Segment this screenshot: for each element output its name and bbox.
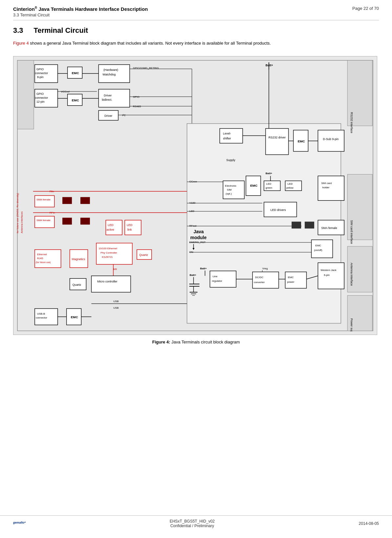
svg-text:SMA female: SMA female bbox=[321, 226, 337, 230]
svg-text:SIM card interface: SIM card interface bbox=[350, 220, 353, 244]
svg-text:active: active bbox=[107, 228, 114, 231]
svg-text:USB-B: USB-B bbox=[37, 312, 45, 315]
footer-logo: gemalto* bbox=[13, 521, 26, 526]
svg-rect-99 bbox=[92, 276, 131, 292]
svg-rect-80 bbox=[125, 220, 141, 235]
svg-text:green: green bbox=[266, 186, 272, 189]
svg-rect-67 bbox=[35, 196, 54, 207]
svg-text:EMC: EMC bbox=[298, 139, 305, 143]
header-title: Cinterion® Java Terminals Hardware Inter… bbox=[13, 6, 148, 12]
svg-text:D-Sub 9-pin: D-Sub 9-pin bbox=[323, 137, 339, 140]
svg-rect-70 bbox=[81, 197, 90, 204]
svg-text:LED: LED bbox=[189, 210, 195, 213]
svg-text:(on/off): (on/off) bbox=[314, 249, 322, 252]
svg-text:6-pin: 6-pin bbox=[324, 274, 330, 277]
svg-text:EMC: EMC bbox=[72, 98, 79, 102]
svg-text:Batt+: Batt+ bbox=[200, 267, 207, 270]
intro-text: Figure 4 shows a general Java Terminal b… bbox=[13, 40, 379, 47]
svg-text:GPIO: GPIO bbox=[36, 92, 44, 95]
svg-text:Ethernet: Ethernet bbox=[37, 253, 47, 256]
svg-text:Western Jack: Western Jack bbox=[320, 269, 336, 272]
block-diagram-svg: Batt+ GPIO connector 8-pin EMC (Hardware… bbox=[17, 60, 374, 331]
footer-center: EHSxT_BGS5T_HID_v02 Confidential / Preli… bbox=[170, 519, 215, 528]
svg-text:SIM: SIM bbox=[227, 188, 232, 191]
svg-text:Magnetics: Magnetics bbox=[72, 258, 85, 261]
svg-text:Quartz: Quartz bbox=[139, 253, 148, 257]
page-header: Cinterion® Java Terminals Hardware Inter… bbox=[0, 0, 392, 20]
svg-text:Line: Line bbox=[213, 275, 218, 278]
svg-rect-139 bbox=[292, 222, 301, 228]
svg-text:Driver: Driver bbox=[105, 114, 113, 117]
svg-text:SMA female: SMA female bbox=[36, 198, 51, 201]
svg-text:MII: MII bbox=[113, 268, 117, 271]
svg-rect-76 bbox=[81, 218, 90, 224]
svg-text:LED: LED bbox=[266, 182, 272, 185]
svg-text:bidirect.: bidirect. bbox=[102, 98, 112, 101]
svg-text:connector: connector bbox=[36, 316, 47, 319]
svg-rect-127 bbox=[318, 176, 344, 200]
svg-rect-117 bbox=[223, 181, 244, 199]
footer-doc-id: EHSxT_BGS5T_HID_v02 bbox=[170, 519, 215, 524]
svg-text:Antenna interface: Antenna interface bbox=[350, 263, 353, 286]
diagram-wrapper: Batt+ GPIO connector 8-pin EMC (Hardware… bbox=[13, 56, 377, 335]
svg-text:RFout: RFout bbox=[189, 224, 196, 227]
figure-caption-bold: Figure 4: bbox=[152, 340, 170, 344]
footer-date: 2014-08-05 bbox=[359, 521, 379, 526]
svg-text:RS232 interface: RS232 interface bbox=[350, 112, 353, 133]
svg-text:LED: LED bbox=[127, 223, 133, 227]
svg-text:CCxxx: CCxxx bbox=[189, 180, 197, 183]
svg-text:V180: V180 bbox=[189, 201, 196, 204]
svg-rect-77 bbox=[106, 220, 122, 235]
svg-text:USB: USB bbox=[113, 306, 118, 309]
figure-caption-text: Java Terminals circuit block diagram bbox=[170, 340, 240, 344]
svg-text:(for future use): (for future use) bbox=[36, 261, 51, 264]
figure-link[interactable]: Figure 4 bbox=[13, 41, 29, 46]
svg-text:(opt.): (opt.) bbox=[226, 192, 232, 195]
svg-text:converter: converter bbox=[254, 281, 265, 284]
svg-text:LED: LED bbox=[287, 182, 293, 185]
svg-text:module: module bbox=[190, 235, 207, 240]
svg-text:Watchdog: Watchdog bbox=[103, 73, 116, 76]
svg-rect-56 bbox=[318, 130, 344, 151]
svg-text:yellow: yellow bbox=[286, 186, 293, 189]
section-title: Terminal Circuit bbox=[34, 26, 88, 34]
svg-text:Driver: Driver bbox=[104, 94, 112, 97]
svg-text:8-pin: 8-pin bbox=[37, 75, 44, 79]
svg-text:Antenna interfaces: Antenna interfaces bbox=[20, 211, 23, 233]
svg-text:DC/DC: DC/DC bbox=[255, 276, 263, 279]
svg-text:GPIO22/WD_RETRIG: GPIO22/WD_RETRIG bbox=[133, 67, 159, 70]
svg-text:Phy Controller: Phy Controller bbox=[101, 251, 117, 254]
svg-text:EMC: EMC bbox=[315, 244, 321, 247]
svg-text:Power supply: Power supply bbox=[350, 318, 353, 331]
svg-text:Electronic: Electronic bbox=[225, 184, 237, 187]
svg-text:EMERG_RST: EMERG_RST bbox=[189, 241, 206, 244]
svg-text:holder: holder bbox=[322, 186, 329, 189]
svg-text:Level-: Level- bbox=[223, 132, 231, 135]
header-subtitle: 3.3 Terminal Circuit bbox=[13, 12, 148, 17]
svg-text:10/100 Ethernet: 10/100 Ethernet bbox=[99, 247, 117, 250]
svg-text:EMC: EMC bbox=[288, 276, 294, 279]
svg-text:(Hardware): (Hardware) bbox=[104, 68, 118, 72]
svg-rect-69 bbox=[63, 197, 72, 204]
svg-text:KSZ8721: KSZ8721 bbox=[102, 256, 113, 259]
svg-rect-48 bbox=[220, 128, 243, 143]
svg-text:EMC: EMC bbox=[250, 184, 258, 187]
svg-text:link: link bbox=[127, 228, 132, 231]
svg-text:Supply: Supply bbox=[226, 158, 236, 162]
svg-rect-73 bbox=[35, 216, 54, 228]
svg-text:GPIO: GPIO bbox=[36, 68, 44, 71]
svg-text:connector: connector bbox=[35, 72, 48, 75]
svg-text:Vreg: Vreg bbox=[262, 267, 268, 270]
svg-text:Batt+: Batt+ bbox=[266, 172, 272, 175]
svg-rect-5 bbox=[17, 60, 34, 129]
svg-text:LED drivers: LED drivers bbox=[271, 208, 286, 212]
svg-text:LED: LED bbox=[108, 223, 113, 227]
section-heading: 3.3Terminal Circuit bbox=[13, 26, 379, 35]
header-left: Cinterion® Java Terminals Hardware Inter… bbox=[13, 6, 148, 17]
svg-rect-168 bbox=[253, 272, 279, 288]
page-footer: gemalto* EHSxT_BGS5T_HID_v02 Confidentia… bbox=[0, 515, 392, 528]
svg-rect-174 bbox=[318, 263, 344, 289]
svg-text:12-pin: 12-pin bbox=[36, 100, 45, 103]
svg-text:Quartz: Quartz bbox=[72, 283, 81, 286]
svg-text:ON: ON bbox=[189, 251, 193, 254]
